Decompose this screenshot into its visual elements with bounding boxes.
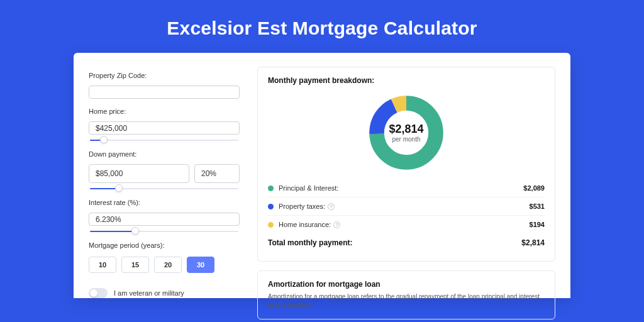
period-button-10[interactable]: 10 xyxy=(89,257,116,273)
zip-input[interactable] xyxy=(89,86,240,99)
help-icon[interactable]: ? xyxy=(328,203,335,210)
donut-center-value: $2,814 xyxy=(389,123,423,136)
down-payment-percent-input[interactable] xyxy=(194,164,240,183)
breakdown-card: Monthly payment breakdown: $2,814 per mo… xyxy=(257,67,555,262)
interest-rate-input[interactable] xyxy=(89,213,240,226)
legend-label: Home insurance:? xyxy=(279,221,530,228)
legend-value: $531 xyxy=(530,203,545,210)
inputs-column: Property Zip Code: Home price: Down paym… xyxy=(89,67,240,298)
legend-value: $194 xyxy=(530,221,545,228)
legend-dot-icon xyxy=(268,186,274,191)
total-value: $2,814 xyxy=(521,238,545,247)
period-button-30[interactable]: 30 xyxy=(187,257,214,273)
breakdown-legend: Principal & Interest:$2,089Property taxe… xyxy=(268,179,545,233)
home-price-label: Home price: xyxy=(89,108,240,115)
amortization-text: Amortization for a mortgage loan refers … xyxy=(268,292,545,310)
breakdown-column: Monthly payment breakdown: $2,814 per mo… xyxy=(257,67,555,298)
breakdown-donut-chart: $2,814 per month xyxy=(367,94,445,172)
down-payment-amount-input[interactable] xyxy=(89,164,189,183)
amortization-title: Amortization for mortgage loan xyxy=(268,280,545,289)
interest-rate-slider[interactable] xyxy=(89,228,240,233)
mortgage-period-label: Mortgage period (years): xyxy=(89,242,240,249)
calculator-panel: Property Zip Code: Home price: Down paym… xyxy=(74,53,570,298)
help-icon[interactable]: ? xyxy=(333,221,340,228)
legend-value: $2,089 xyxy=(523,184,545,192)
legend-row-0: Principal & Interest:$2,089 xyxy=(268,179,545,197)
zip-label: Property Zip Code: xyxy=(89,72,240,79)
interest-rate-label: Interest rate (%): xyxy=(89,199,240,206)
legend-dot-icon xyxy=(268,222,274,228)
amortization-card: Amortization for mortgage loan Amortizat… xyxy=(257,270,555,319)
period-button-15[interactable]: 15 xyxy=(121,257,149,273)
veteran-toggle-label: I am veteran or military xyxy=(114,289,184,297)
breakdown-title: Monthly payment breakdown: xyxy=(268,76,545,85)
veteran-toggle[interactable] xyxy=(89,288,108,298)
legend-row-1: Property taxes:?$531 xyxy=(268,197,545,216)
legend-dot-icon xyxy=(268,204,274,209)
home-price-input[interactable] xyxy=(89,121,240,135)
period-button-20[interactable]: 20 xyxy=(154,257,182,273)
donut-center-sub: per month xyxy=(392,136,420,143)
total-label: Total monthly payment: xyxy=(268,238,521,247)
home-price-slider[interactable] xyxy=(89,137,240,142)
down-payment-label: Down payment: xyxy=(89,150,240,158)
mortgage-period-group: 10152030 xyxy=(89,257,240,273)
down-payment-slider[interactable] xyxy=(89,186,240,190)
page-title: Excelsior Est Mortgage Calculator xyxy=(167,18,477,39)
legend-label: Property taxes:? xyxy=(279,203,530,210)
legend-row-2: Home insurance:?$194 xyxy=(268,216,545,233)
legend-label: Principal & Interest: xyxy=(279,184,523,192)
